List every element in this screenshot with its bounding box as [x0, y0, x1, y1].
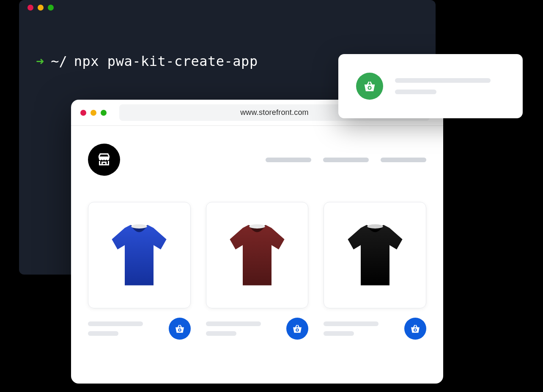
nav-item[interactable]	[323, 158, 369, 162]
product-text	[88, 321, 143, 336]
notification-text	[395, 78, 491, 94]
browser-content	[71, 126, 443, 357]
product-title-placeholder	[324, 321, 378, 326]
minimize-icon[interactable]	[90, 110, 96, 116]
nav-menu	[266, 158, 426, 162]
svg-point-4	[367, 224, 383, 229]
add-to-cart-button[interactable]	[404, 318, 426, 340]
storefront-header	[88, 144, 426, 176]
basket-add-icon	[292, 323, 303, 334]
arrow-right-icon: ➜	[36, 53, 44, 69]
minimize-icon[interactable]	[38, 5, 44, 11]
maximize-icon[interactable]	[48, 5, 54, 11]
product-item	[206, 202, 309, 340]
basket-add-icon	[363, 79, 376, 93]
notification-card[interactable]	[338, 54, 523, 118]
tshirt-image-blue	[103, 219, 175, 291]
product-card[interactable]	[206, 202, 309, 308]
product-item	[88, 202, 191, 340]
product-text	[324, 321, 378, 336]
product-price-placeholder	[324, 331, 354, 336]
product-footer	[206, 318, 309, 340]
product-text	[206, 321, 261, 336]
close-icon[interactable]	[80, 110, 86, 116]
svg-point-0	[132, 224, 147, 229]
product-price-placeholder	[88, 331, 118, 336]
nav-item[interactable]	[266, 158, 311, 162]
product-grid	[88, 202, 426, 340]
product-title-placeholder	[88, 321, 143, 326]
notification-icon	[356, 73, 383, 100]
product-card[interactable]	[324, 202, 426, 308]
terminal-titlebar	[19, 0, 436, 15]
add-to-cart-button[interactable]	[286, 318, 308, 340]
browser-window: www.storefront.com	[71, 100, 443, 384]
product-price-placeholder	[206, 331, 236, 336]
tshirt-image-black	[339, 219, 411, 291]
product-footer	[88, 318, 191, 340]
maximize-icon[interactable]	[101, 110, 107, 116]
product-item	[324, 202, 426, 340]
close-icon[interactable]	[27, 5, 33, 11]
notification-title-placeholder	[395, 78, 491, 83]
basket-add-icon	[174, 323, 185, 334]
storefront-icon	[96, 152, 112, 167]
store-logo[interactable]	[88, 144, 120, 176]
nav-item[interactable]	[381, 158, 426, 162]
tshirt-image-maroon	[221, 219, 293, 291]
svg-point-2	[249, 224, 265, 229]
product-card[interactable]	[88, 202, 191, 308]
terminal-prompt: ~/	[51, 53, 67, 69]
product-title-placeholder	[206, 321, 261, 326]
add-to-cart-button[interactable]	[169, 318, 191, 340]
notification-subtitle-placeholder	[395, 90, 436, 94]
basket-add-icon	[410, 323, 421, 334]
product-footer	[324, 318, 426, 340]
terminal-command: npx pwa-kit-create-app	[74, 53, 258, 69]
